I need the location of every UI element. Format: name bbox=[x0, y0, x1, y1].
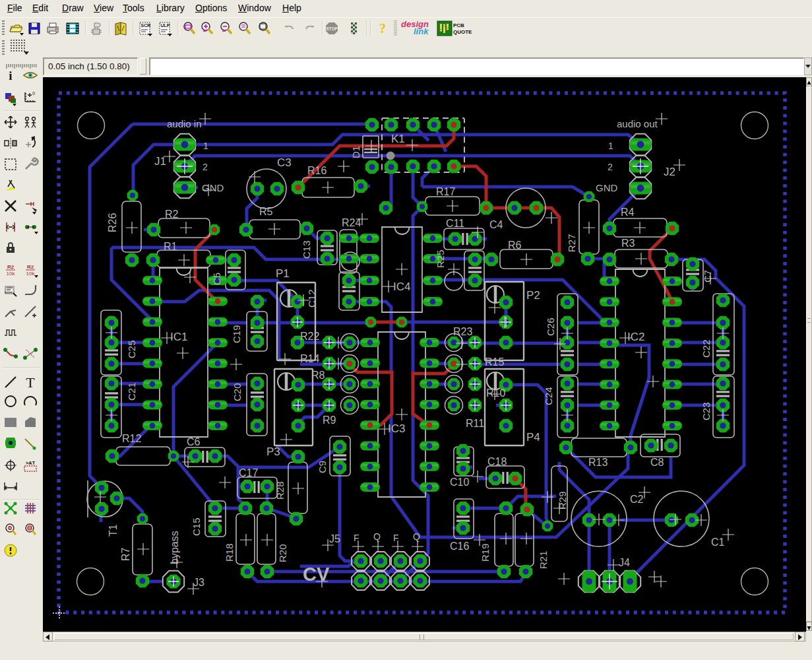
svg-text:R12: R12 bbox=[122, 433, 141, 444]
svg-text:R6: R6 bbox=[508, 240, 522, 251]
svg-text:QUOTE: QUOTE bbox=[453, 29, 472, 35]
svg-text:1: 1 bbox=[608, 141, 613, 151]
svg-text:0: 0 bbox=[32, 91, 35, 96]
svg-text:J3: J3 bbox=[193, 577, 204, 588]
svg-text:R4: R4 bbox=[621, 207, 635, 218]
svg-text:R18: R18 bbox=[224, 543, 235, 562]
svg-text:R15: R15 bbox=[485, 356, 504, 368]
svg-text:C11: C11 bbox=[446, 218, 464, 229]
svg-text:R7: R7 bbox=[120, 547, 131, 561]
svg-text:J1: J1 bbox=[154, 155, 166, 168]
svg-text:T1: T1 bbox=[108, 524, 119, 537]
svg-text:R14: R14 bbox=[300, 353, 319, 364]
svg-text:audio in: audio in bbox=[167, 118, 202, 129]
svg-text:R2: R2 bbox=[7, 264, 15, 270]
svg-text:R3: R3 bbox=[621, 238, 635, 249]
svg-text:C2: C2 bbox=[630, 494, 644, 505]
svg-text:C3: C3 bbox=[277, 156, 292, 169]
svg-text:C22: C22 bbox=[701, 339, 712, 358]
svg-text:R26: R26 bbox=[107, 213, 118, 232]
svg-text:C19: C19 bbox=[231, 325, 242, 343]
svg-text:C15: C15 bbox=[191, 517, 202, 536]
svg-text:STOP: STOP bbox=[326, 26, 338, 31]
svg-text:C18: C18 bbox=[487, 456, 507, 467]
svg-text:P2: P2 bbox=[526, 289, 540, 302]
svg-text:GND: GND bbox=[596, 182, 618, 193]
svg-text:R25: R25 bbox=[435, 249, 446, 268]
svg-text:C16: C16 bbox=[450, 541, 469, 552]
svg-text:R10: R10 bbox=[486, 387, 505, 399]
svg-text:R16: R16 bbox=[307, 165, 327, 176]
svg-text:P1: P1 bbox=[276, 267, 290, 280]
svg-text:PCB: PCB bbox=[453, 22, 464, 28]
svg-text:C9: C9 bbox=[317, 461, 328, 473]
svg-text:J5: J5 bbox=[329, 533, 340, 544]
svg-text:C17: C17 bbox=[239, 467, 258, 478]
svg-text:C26: C26 bbox=[545, 317, 556, 336]
svg-text:J4: J4 bbox=[619, 557, 630, 568]
svg-text:C25: C25 bbox=[126, 340, 137, 358]
svg-text:R13: R13 bbox=[588, 457, 608, 468]
svg-text:IC1: IC1 bbox=[170, 331, 187, 343]
svg-text:C24: C24 bbox=[543, 387, 554, 405]
svg-text:C21: C21 bbox=[126, 382, 137, 401]
svg-text:P3: P3 bbox=[266, 446, 280, 458]
svg-text:R1: R1 bbox=[164, 241, 177, 252]
svg-text:GND: GND bbox=[202, 182, 224, 193]
svg-text:link: link bbox=[414, 26, 429, 36]
svg-text:T: T bbox=[26, 374, 35, 391]
svg-text:C23: C23 bbox=[701, 402, 712, 420]
svg-text:R2: R2 bbox=[165, 209, 179, 220]
svg-text:J2: J2 bbox=[664, 166, 675, 178]
svg-text:2: 2 bbox=[608, 162, 613, 172]
svg-text:C5: C5 bbox=[211, 273, 222, 285]
svg-text:R5: R5 bbox=[259, 206, 273, 217]
svg-text:bypass: bypass bbox=[169, 531, 180, 564]
svg-text:C7: C7 bbox=[702, 270, 713, 282]
svg-text:D1: D1 bbox=[350, 146, 361, 158]
svg-text:i: i bbox=[9, 69, 12, 82]
svg-text:IC2: IC2 bbox=[627, 331, 644, 343]
svg-text:2: 2 bbox=[203, 162, 208, 172]
svg-text:C4: C4 bbox=[489, 219, 503, 230]
svg-text:Q: Q bbox=[373, 531, 381, 542]
svg-text:R9: R9 bbox=[323, 414, 336, 426]
svg-text:Q: Q bbox=[413, 531, 420, 542]
svg-text:C12: C12 bbox=[306, 289, 317, 308]
svg-text:R2: R2 bbox=[27, 264, 34, 270]
svg-text:R23: R23 bbox=[453, 326, 472, 337]
svg-text:K1: K1 bbox=[391, 133, 405, 145]
svg-text:C10: C10 bbox=[450, 477, 469, 488]
svg-text:R20: R20 bbox=[277, 544, 288, 562]
svg-text:R21: R21 bbox=[538, 550, 549, 569]
svg-text:R19: R19 bbox=[480, 543, 491, 562]
svg-text:IC4: IC4 bbox=[393, 280, 410, 293]
svg-text:R11: R11 bbox=[466, 418, 484, 429]
svg-text:R28: R28 bbox=[274, 481, 286, 500]
svg-text:R22: R22 bbox=[300, 331, 319, 342]
svg-text:C13: C13 bbox=[301, 240, 312, 259]
svg-text:R17: R17 bbox=[436, 186, 455, 197]
svg-text:C1: C1 bbox=[711, 537, 725, 548]
svg-text:10k: 10k bbox=[7, 271, 16, 277]
svg-text:SCR: SCR bbox=[141, 23, 151, 28]
svg-text:C8: C8 bbox=[650, 457, 664, 468]
svg-text:R8: R8 bbox=[311, 370, 325, 381]
svg-text:10k: 10k bbox=[26, 271, 36, 277]
svg-text:>AT: >AT bbox=[26, 460, 36, 466]
svg-text:P4: P4 bbox=[526, 431, 540, 444]
svg-text:R29: R29 bbox=[557, 491, 568, 510]
svg-text:C20: C20 bbox=[232, 383, 243, 401]
svg-text:1: 1 bbox=[203, 141, 208, 151]
svg-text:?: ? bbox=[379, 21, 386, 36]
svg-text:ULP: ULP bbox=[161, 23, 170, 28]
svg-text:R27: R27 bbox=[566, 234, 577, 252]
svg-text:audio out: audio out bbox=[617, 118, 658, 129]
svg-text:C6: C6 bbox=[187, 436, 201, 447]
